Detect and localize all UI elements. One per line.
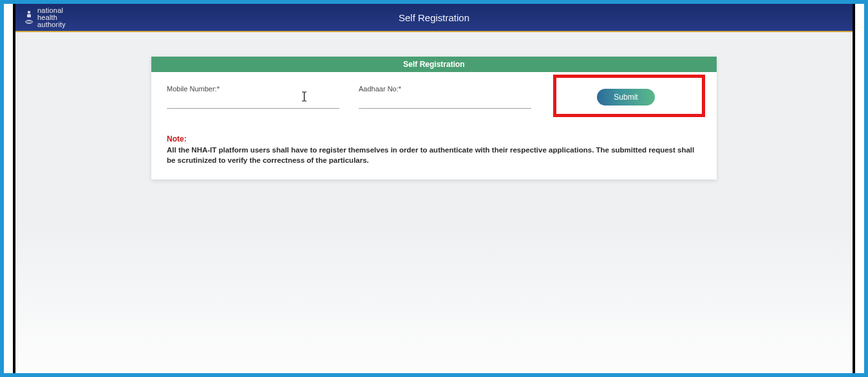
note-label: Note: xyxy=(167,134,701,143)
self-registration-card: Self Registration Mobile Number:* Aadhaa… xyxy=(151,57,717,179)
brand-line2: health xyxy=(37,14,66,21)
brand-text: national health authority xyxy=(37,7,66,28)
app-header: national health authority Self Registrat… xyxy=(15,4,853,32)
aadhaar-input[interactable] xyxy=(359,94,531,109)
aadhaar-label: Aadhaar No:* xyxy=(359,85,531,93)
note-text: All the NHA-IT platform users shall have… xyxy=(167,145,701,165)
outer-frame: national health authority Self Registrat… xyxy=(4,4,864,373)
brand-logo: national health authority xyxy=(15,7,66,28)
brand-line3: authority xyxy=(37,21,66,28)
action-column: Submit xyxy=(551,85,701,106)
emblem-icon xyxy=(24,10,33,24)
mobile-label: Mobile Number:* xyxy=(167,85,339,93)
mobile-field: Mobile Number:* xyxy=(167,85,339,109)
page-title: Self Registration xyxy=(399,12,469,23)
submit-button[interactable]: Submit xyxy=(597,89,655,106)
form-row: Mobile Number:* Aadhaar No:* Submit xyxy=(167,85,701,109)
mobile-input[interactable] xyxy=(167,94,339,109)
svg-rect-1 xyxy=(27,14,31,17)
svg-point-0 xyxy=(28,11,30,14)
card-body: Mobile Number:* Aadhaar No:* Submit Note xyxy=(151,72,717,179)
aadhaar-field: Aadhaar No:* xyxy=(359,85,531,109)
svg-point-3 xyxy=(27,21,32,23)
content-area: Self Registration Mobile Number:* Aadhaa… xyxy=(15,32,853,179)
card-title: Self Registration xyxy=(151,57,717,72)
brand-line1: national xyxy=(37,7,66,14)
app-viewport: national health authority Self Registrat… xyxy=(13,4,855,373)
